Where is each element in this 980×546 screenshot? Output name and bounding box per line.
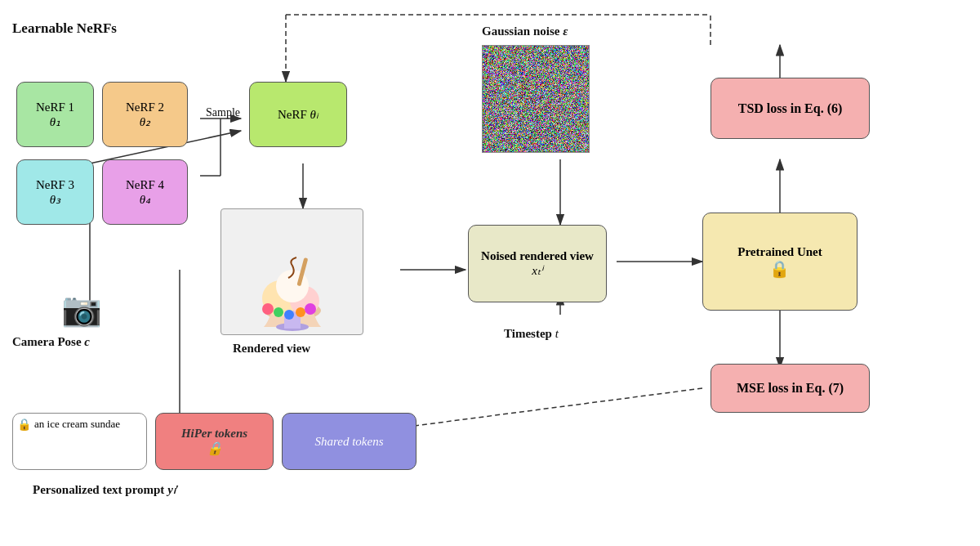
hiper-tokens-box: HiPer tokens 🔒: [155, 413, 274, 470]
svg-line-19: [127, 270, 180, 278]
rendered-view-image: [220, 208, 363, 335]
noise-image: [482, 45, 590, 153]
shared-label: Shared tokens: [314, 435, 383, 449]
pretrained-unet-box: Pretrained Unet 🔒: [702, 213, 858, 311]
nerf3-label: NeRF 3: [36, 178, 74, 192]
rendered-view-label: Rendered view: [233, 342, 310, 356]
personalized-prompt-label: Personalized text prompt yᵢ′: [33, 482, 179, 497]
nerf4-label: NeRF 4: [126, 178, 164, 192]
learnable-nerfs-title: Learnable NeRFs: [12, 20, 117, 37]
noised-var: xₜⁱ: [481, 263, 594, 278]
tsd-loss-box: TSD loss in Eq. (6): [710, 78, 870, 139]
camera-icon: 📷: [61, 290, 102, 329]
nerf1-sub: θ₁: [36, 114, 74, 129]
lock-icon-prompt: 🔒: [17, 418, 31, 432]
nerf4-box: NeRF 4 θ₄: [102, 159, 188, 225]
nerf1-label: NeRF 1: [36, 101, 74, 114]
lock-icon-unet: 🔒: [769, 260, 790, 278]
lock-icon-hiper: 🔒: [207, 441, 223, 455]
nerf1-box: NeRF 1 θ₁: [16, 82, 94, 147]
mse-loss-box: MSE loss in Eq. (7): [710, 364, 870, 413]
svg-point-28: [262, 303, 274, 315]
diagram: Learnable NeRFs NeRF 1 θ₁ NeRF 2 θ₂ NeRF…: [0, 0, 980, 546]
nerf2-label: NeRF 2: [126, 101, 164, 114]
unet-label: Pretrained Unet: [737, 245, 822, 259]
nerf2-box: NeRF 2 θ₂: [102, 82, 188, 147]
svg-point-32: [305, 303, 316, 315]
nerf3-box: NeRF 3 θ₃: [16, 159, 94, 225]
tsd-loss-label: TSD loss in Eq. (6): [738, 101, 843, 116]
timestep-label: Timestep t: [504, 327, 559, 341]
noised-label: Noised rendered view: [481, 249, 594, 263]
svg-point-30: [284, 310, 294, 320]
nerf3-sub: θ₃: [36, 192, 74, 207]
nerf2-sub: θ₂: [126, 114, 164, 129]
nerf-theta-box: NeRF θᵢ: [249, 82, 347, 147]
mse-loss-label: MSE loss in Eq. (7): [737, 381, 844, 396]
shared-tokens-box: Shared tokens: [282, 413, 416, 470]
gaussian-noise-label: Gaussian noise ε: [482, 25, 568, 38]
nerf4-sub: θ₄: [126, 192, 164, 207]
ice-cream-text: an ice cream sundae: [34, 418, 120, 431]
sample-label: Sample: [206, 106, 240, 119]
svg-point-29: [274, 307, 283, 317]
camera-pose-label: Camera Pose c: [12, 335, 90, 349]
hiper-label: HiPer tokens: [181, 427, 247, 441]
prompt-text-box: 🔒 an ice cream sundae: [12, 413, 147, 470]
svg-point-31: [296, 307, 305, 317]
noised-rendered-box: Noised rendered view xₜⁱ: [468, 225, 607, 302]
nerf-theta-label: NeRF: [278, 108, 310, 121]
